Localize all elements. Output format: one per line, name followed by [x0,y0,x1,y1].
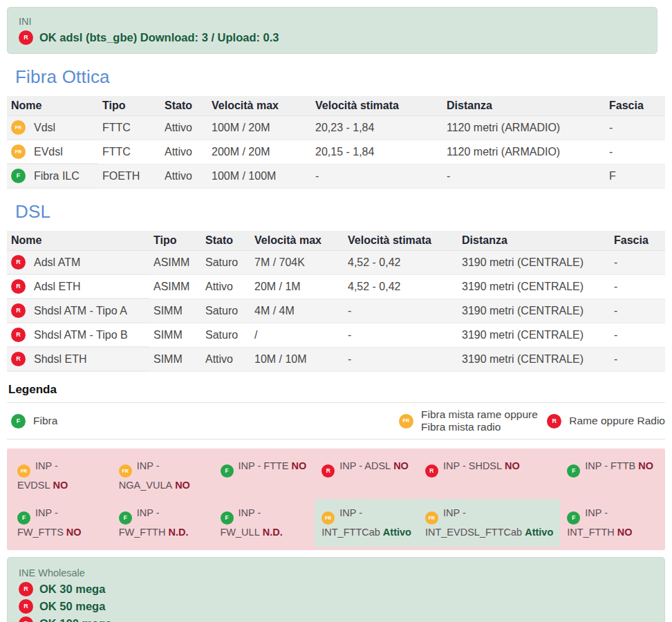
cell-stato: Saturo [201,323,250,348]
technology-badge: FR [11,144,26,159]
cell-fascia: F [605,164,665,189]
cell-fascia: - [605,140,665,164]
col-distanza: Distanza [458,231,610,251]
dsl-table: Nome Tipo Stato Velocità max Velocità st… [7,231,665,372]
cell-nome: R Shdsl ATM - Tipo A [7,299,149,323]
technology-name: Shdsl ATM - Tipo B [34,329,128,341]
cell-tipo: SIMM [149,323,201,348]
technology-badge: F [221,464,234,478]
technology-name: EVdsl [34,146,63,158]
legend-item-label: Fibra mista rame oppure Fibra mista radi… [421,408,547,433]
ine-status-line: R OK 100 mega [19,616,653,622]
inp-item-status: Attivo [383,527,411,538]
technology-badge: R [425,464,438,478]
inp-item-status: NO [617,527,633,538]
cell-fascia: - [610,299,665,323]
technology-badge: FR [17,464,30,478]
inp-item: FRINP - NGA_VULANO [112,452,214,499]
cell-nome: F Fibra ILC [7,164,98,188]
col-nome: Nome [7,96,98,116]
ine-status-message: OK 30 mega [39,583,105,596]
cell-stato: Saturo [201,299,250,323]
inp-item-label: INP - INT_EVDSL_FTTCab [425,507,522,538]
cell-velocita-stimata: - [344,348,458,372]
cell-tipo: FOETH [98,164,160,189]
table-row: FR EVdsl FTTC Attivo 200M / 20M 20,15 - … [7,140,665,164]
inp-item: FINP - INT_FTTHNO [560,499,662,546]
inp-item: FINP - FTTENO [214,452,315,499]
technology-badge: R [547,414,561,428]
legend-item: FR Fibra mista rame oppure Fibra mista r… [399,408,547,433]
legend-title: Legenda [8,383,665,397]
cell-fascia: - [610,251,665,275]
col-fascia: Fascia [610,231,665,251]
inp-status-box: FRINP - EVDSLNO FRINP - NGA_VULANO FINP … [7,449,665,550]
ini-status-message: OK adsl (bts_gbe) Download: 3 / Upload: … [39,31,279,44]
cell-nome: R Shdsl ETH [7,348,149,371]
technology-badge: F [567,464,580,478]
col-tipo: Tipo [149,231,201,251]
cell-velocita-max: 4M / 4M [250,299,344,323]
cell-distanza: 3190 metri (CENTRALE) [458,299,610,323]
cell-distanza: 3190 metri (CENTRALE) [458,251,610,275]
technology-badge: F [119,511,132,525]
legend-item-label: Rame oppure Radio [569,415,665,427]
inp-item-status: Attivo [525,527,553,538]
inp-item-status: N.D. [263,527,283,538]
cell-tipo: SIMM [149,348,201,372]
table-row: FR Vdsl FTTC Attivo 100M / 20M 20,23 - 1… [7,116,665,140]
table-row: R Shdsl ETH SIMM Attivo 10M / 10M - 3190… [7,348,665,372]
ini-status-line: R OK adsl (bts_gbe) Download: 3 / Upload… [19,30,646,45]
technology-badge: F [17,511,30,525]
table-row: R Shdsl ATM - Tipo A SIMM Saturo 4M / 4M… [7,299,665,323]
cell-tipo: SIMM [149,299,201,323]
inp-grid: FRINP - EVDSLNO FRINP - NGA_VULANO FINP … [10,452,662,547]
inp-item: FRINP - INT_EVDSL_FTTCabAttivo [418,499,560,546]
ini-status-box: INI R OK adsl (bts_gbe) Download: 3 / Up… [7,7,657,54]
inp-item-status: NO [53,480,68,491]
fibra-ottica-table: Nome Tipo Stato Velocità max Velocità st… [7,96,665,189]
inp-item-label: INP - FTTB [585,460,635,471]
ine-status-message: OK 100 mega [39,617,112,622]
cell-velocita-stimata: - [311,164,442,189]
inp-item: FINP - FW_FTTHN.D. [112,499,214,546]
inp-item: FINP - FTTBNO [560,452,662,499]
technology-badge: FR [321,511,335,525]
inp-item-label: INP - FTTE [239,460,289,471]
cell-velocita-max: 100M / 100M [207,164,311,189]
section-title-dsl: DSL [15,201,665,223]
ine-wholesale-title: INE Wholesale [19,567,653,578]
cell-stato: Attivo [160,116,207,140]
legend-item: R Rame oppure Radio [547,414,665,428]
cell-velocita-max: / [250,323,344,348]
cell-velocita-max: 10M / 10M [250,348,344,372]
technology-badge: R [19,599,33,614]
inp-item-status: NO [292,460,307,471]
table-row: F Fibra ILC FOETH Attivo 100M / 100M - -… [7,164,665,189]
ine-wholesale-list: R OK 30 mega R OK 50 mega R OK 100 mega [19,582,653,622]
cell-distanza: 3190 metri (CENTRALE) [458,348,610,372]
inp-item: FINP - FW_ULLN.D. [214,499,315,546]
cell-distanza: 3190 metri (CENTRALE) [458,275,610,299]
cell-fascia: - [605,116,665,140]
legend-row: F Fibra FR Fibra mista rame oppure Fibra… [7,402,665,440]
inp-item: RINP - ADSLNO [315,452,418,499]
technology-badge: R [19,582,33,596]
technology-badge: R [19,616,33,622]
cell-distanza: 3190 metri (CENTRALE) [458,323,610,348]
technology-badge: F [11,414,26,428]
technology-badge: R [11,255,26,270]
technology-badge: F [221,511,234,525]
cell-velocita-stimata: - [344,323,458,348]
technology-name: Vdsl [34,122,55,134]
inp-item: FRINP - EVDSLNO [10,452,112,499]
cell-tipo: ASIMM [149,275,201,299]
inp-item-status: NO [175,480,190,491]
cell-velocita-stimata: 4,52 - 0,42 [344,251,458,275]
cell-stato: Attivo [201,275,250,299]
cell-velocita-max: 200M / 20M [207,140,311,164]
col-fascia: Fascia [605,96,665,116]
cell-nome: FR EVdsl [7,140,98,164]
fibra-table-header: Nome Tipo Stato Velocità max Velocità st… [7,96,665,116]
legend-item: F Fibra [11,414,399,428]
